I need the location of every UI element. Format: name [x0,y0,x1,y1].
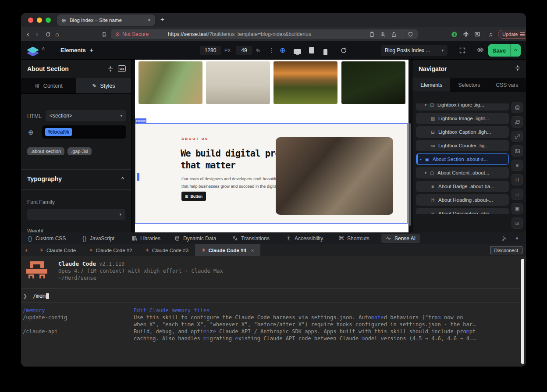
back-icon[interactable]: ‹ [27,27,29,41]
canvas-width-input[interactable]: 1280 [200,46,221,55]
split-panel-icon[interactable] [515,65,521,71]
terminal-tab[interactable]: ✳Claude Code #2 [82,244,139,256]
about-section-preview[interactable]: ABOUT US We build digital productsthat m… [135,123,408,224]
suggestion-command[interactable] [23,321,134,328]
tab-close-icon[interactable]: × [148,17,151,23]
tab-styles[interactable]: ✎Styles [76,78,131,93]
tree-item[interactable]: AaLightbox Counter .lig... [416,140,509,151]
tree-item[interactable]: ≡About Badge .about-ba... [416,181,509,192]
bottom-bar-item-sense-ai[interactable]: Sense AI [381,234,420,243]
canvas-scrollbar[interactable] [409,123,411,226]
desktop-view-icon[interactable] [294,48,301,56]
cursor-mode-icon[interactable] [501,235,507,242]
local-token[interactable]: %local% [45,128,72,136]
terminal-tab[interactable]: ✳Claude Code #4× [195,244,260,256]
not-secure-badge[interactable]: ⊘Not Secure [115,31,149,37]
collapse-caret-icon[interactable]: ^ [121,176,124,182]
tree-item[interactable]: ▾▢About Content .about... [416,167,509,178]
bottom-bar-item-custom-css[interactable]: {}Custom CSS [28,232,66,244]
bottom-bar-item-translations[interactable]: Translations [232,232,270,244]
tree-item[interactable]: ▾⊡Lightbox Figure .lig... [416,103,509,110]
prompt-input[interactable]: /mem [33,293,46,299]
heading-icon[interactable]: H [511,174,523,185]
selector-input[interactable]: %local% [42,125,126,139]
fullscreen-icon[interactable] [459,47,466,54]
traffic-zoom-button[interactable] [46,18,51,23]
tablet-view-icon[interactable] [309,47,314,55]
lines-icon[interactable]: ≡ [511,160,523,171]
shield-extension-icon[interactable] [408,32,413,37]
browser-tab[interactable]: ⊕ Blog Index – Site name × [57,14,155,26]
builderius-logo-icon[interactable] [27,45,39,56]
elements-panel-label[interactable]: Elements [60,41,86,60]
selection-handle[interactable] [137,173,139,181]
globe-scope-icon[interactable]: ⊕ [28,128,34,136]
suggestion-command[interactable]: /memory [23,307,134,314]
disconnect-button[interactable]: Disconnect [490,246,522,254]
tree-caret-icon[interactable]: ▾ [425,171,426,175]
bottom-bar-item-dynamic-data[interactable]: Dynamic Data [174,232,216,244]
zoom-page-icon[interactable] [380,32,386,37]
home-icon[interactable]: ⌂ [55,27,59,41]
refresh-canvas-icon[interactable] [340,47,347,54]
more-options-icon[interactable]: ⋮ [269,41,275,60]
tree-item[interactable]: ▾▣About Section .about-s... [416,153,509,165]
save-button[interactable]: Save^ [488,44,521,57]
forward-icon[interactable]: › [36,27,38,41]
tree-item[interactable]: ⊟Lightbox Caption .ligh... [416,126,509,138]
clipboard-icon[interactable] [369,32,375,37]
suggestion-command[interactable]: /update-config [23,314,134,321]
tab-css-vars[interactable]: CSS vars [488,78,526,92]
suggestion-row[interactable]: /update-configUse this skill to configur… [23,314,495,321]
canvas-zoom-input[interactable]: 49 [236,46,252,55]
blog-post-image[interactable] [139,61,202,104]
update-browser-button[interactable]: Update [498,30,526,39]
database-icon[interactable] [511,102,523,113]
terminal-scrollbar[interactable] [521,259,524,364]
preview-eye-icon[interactable] [477,46,484,53]
page-preview[interactable]: section ABOUT US We build digital produc… [135,60,408,232]
bottom-bar-item-accessibility[interactable]: Accessibility [286,232,323,244]
extension-badge-icon[interactable] [451,27,457,41]
terminal-tab[interactable]: ✳Claude Code [33,244,83,256]
blog-post-image[interactable] [206,61,270,104]
extensions-puzzle-icon[interactable] [463,27,469,41]
terminal-pane[interactable]: Claude Code v2.1.119 Opus 4.7 (1M contex… [21,256,526,367]
collapse-panel-caret-icon[interactable]: ▼ [515,236,519,241]
css-file-icon[interactable]: css [118,65,126,72]
tab-close-icon[interactable]: × [251,248,254,253]
add-element-button[interactable]: + [89,41,93,60]
about-team-photo[interactable] [276,137,393,215]
bottom-bar-item-shortcuts[interactable]: ⌘Shortcuts [338,232,369,244]
bookmark-icon[interactable] [101,27,107,41]
suggestion-row[interactable]: when X", "each time X", "whenever X", "b… [23,321,495,328]
square-solid-icon[interactable]: ▣ [511,203,523,214]
selector-chip[interactable]: .gap-3xl [67,147,92,155]
suggestion-command[interactable]: /claude-api [23,328,134,335]
square-icon[interactable]: □ [511,189,523,200]
save-options-caret-icon[interactable]: ^ [511,48,521,53]
selector-chip[interactable]: .about-section [27,147,64,155]
blog-post-image[interactable] [341,61,405,104]
terminal-prompt[interactable]: ❯ /mem [23,292,49,300]
new-terminal-button[interactable]: + [25,247,28,253]
tree-caret-icon[interactable]: ▾ [420,157,422,161]
bottom-bar-item-javascript[interactable]: {}JavaScript [82,232,114,244]
database-flow-icon[interactable] [511,116,523,128]
about-cta-button[interactable]: ⊞Button [181,192,206,201]
share-icon[interactable] [391,32,397,37]
suggestion-command[interactable] [23,335,134,342]
address-bar[interactable]: ⊘Not Secure https://sense.test/?builderi… [111,29,418,39]
reload-icon[interactable] [45,27,51,41]
new-tab-button[interactable]: + [160,15,164,23]
suggestion-row[interactable]: /claude-apiBuild, debug, and optimize Cl… [23,328,495,335]
traffic-close-button[interactable] [28,18,33,23]
terminal-tab[interactable]: ✳Claude Code #3 [139,244,195,256]
font-family-select[interactable]: ▾ [27,209,125,220]
logo-caret-icon[interactable]: ^ [42,47,45,52]
square-inset-icon[interactable]: ⊡ [511,217,523,229]
suggestion-row[interactable]: caching. Also handles migrating existing… [23,335,495,342]
tab-content[interactable]: Content [21,78,76,93]
tree-caret-icon[interactable]: ▾ [425,103,426,107]
html-tag-select[interactable]: <section>▾ [46,110,126,121]
